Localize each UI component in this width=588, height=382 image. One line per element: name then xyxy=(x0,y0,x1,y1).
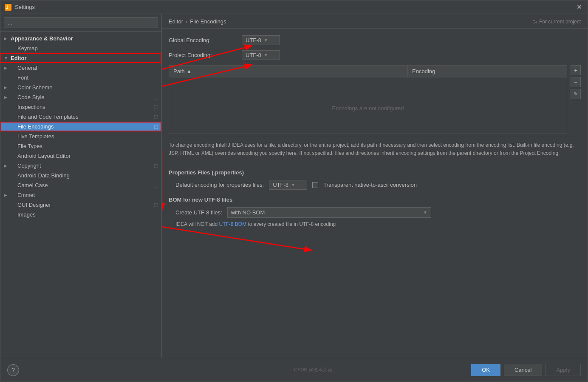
copy-icon-inspections: ⬚ xyxy=(154,104,158,110)
sidebar-item-color-scheme[interactable]: ▶ Color Scheme xyxy=(0,83,161,92)
panel-body: Global Encoding: UTF-8 ▼ Project Encodin… xyxy=(162,29,588,358)
expand-arrow-color-scheme: ▶ xyxy=(4,85,11,90)
copy-icon-file-encodings: ⬚ xyxy=(154,124,158,129)
breadcrumb-current: File Encodings xyxy=(190,18,226,25)
expand-arrow-general: ▶ xyxy=(4,66,11,70)
ok-button[interactable]: OK xyxy=(471,364,500,376)
main-content: ▶ Appearance & Behavior Keymap ▼ Editor … xyxy=(0,14,588,358)
breadcrumb-parent: Editor xyxy=(169,18,183,25)
create-utf8-label: Create UTF-8 files: xyxy=(175,209,222,216)
breadcrumb-separator: › xyxy=(186,18,187,25)
search-input[interactable] xyxy=(4,17,158,28)
apply-button[interactable]: Apply xyxy=(546,364,581,376)
sidebar-item-file-encodings[interactable]: File Encodings ⬚ xyxy=(0,122,161,131)
intellij-icon: J xyxy=(5,4,11,11)
panel-header: Editor › File Encodings 🗂 For current pr… xyxy=(162,14,588,29)
sidebar-item-file-types[interactable]: File Types xyxy=(0,141,161,151)
copy-icon-code-style: ⬚ xyxy=(154,94,158,100)
properties-encoding-dropdown[interactable]: UTF-8 ▼ xyxy=(269,180,307,190)
sidebar-item-appearance[interactable]: ▶ Appearance & Behavior xyxy=(0,34,161,43)
settings-window: J Settings ✕ ▶ Appearance & Behavior xyxy=(0,0,588,382)
bom-create-dropdown[interactable]: with NO BOM ▼ xyxy=(227,207,431,218)
expand-arrow-appearance: ▶ xyxy=(4,36,11,41)
project-encoding-dropdown[interactable]: UTF-8 ▼ xyxy=(242,50,280,60)
expand-arrow-emmet: ▶ xyxy=(4,193,11,197)
add-row-button[interactable]: + xyxy=(571,65,581,75)
table-body-empty: Encodings are not configured xyxy=(169,83,567,134)
sidebar-item-inspections[interactable]: Inspections ⬚ xyxy=(0,102,161,112)
bom-create-value: with NO BOM xyxy=(231,209,265,216)
cancel-button[interactable]: Cancel xyxy=(504,364,542,376)
properties-encoding-value: UTF-8 xyxy=(273,182,288,188)
sidebar-item-android-data-binding[interactable]: Android Data Binding xyxy=(0,171,161,180)
sidebar-item-copyright[interactable]: ▶ Copyright ⬚ xyxy=(0,161,161,171)
sidebar-item-gui-designer[interactable]: GUI Designer ⬚ xyxy=(0,200,161,210)
project-icon: 🗂 xyxy=(532,19,537,25)
expand-arrow-editor: ▼ xyxy=(4,56,11,60)
expand-arrow-copyright: ▶ xyxy=(4,163,11,168)
sidebar-item-keymap[interactable]: Keymap xyxy=(0,43,161,53)
sidebar-item-emmet[interactable]: ▶ Emmet xyxy=(0,190,161,200)
global-encoding-row: Global Encoding: UTF-8 ▼ xyxy=(169,35,581,45)
sidebar-item-camel-case[interactable]: Camel Case ⬚ xyxy=(0,180,161,190)
svg-text:J: J xyxy=(6,5,8,10)
search-box xyxy=(0,14,161,32)
default-encoding-row: Default encoding for properties files: U… xyxy=(169,180,581,190)
expand-arrow-code-style: ▶ xyxy=(4,95,11,100)
default-encoding-label: Default encoding for properties files: xyxy=(175,182,264,188)
project-encoding-label: Project Encoding: xyxy=(169,52,237,58)
table-side-buttons: + − ✎ xyxy=(571,65,581,134)
edit-row-button[interactable]: ✎ xyxy=(571,89,581,99)
copy-icon-camel-case: ⬚ xyxy=(154,182,158,188)
global-encoding-dropdown-arrow: ▼ xyxy=(264,38,268,43)
global-encoding-value: UTF-8 xyxy=(246,37,261,43)
remove-row-button[interactable]: − xyxy=(571,77,581,87)
bom-note-suffix: to every created file in UTF-8 encoding xyxy=(246,221,336,227)
bom-section-title: BOM for new UTF-8 files xyxy=(169,197,581,203)
sidebar-item-images[interactable]: Images xyxy=(0,210,161,220)
sidebar-item-general[interactable]: ▶ General xyxy=(0,63,161,73)
bottom-bar: ? CSDN @念今为美 OK Cancel Apply xyxy=(0,358,588,382)
close-button[interactable]: ✕ xyxy=(575,3,583,11)
properties-section: Properties Files (.properties) Default e… xyxy=(169,169,581,190)
global-encoding-dropdown[interactable]: UTF-8 ▼ xyxy=(242,35,280,45)
breadcrumb: Editor › File Encodings xyxy=(169,18,530,25)
for-project-indicator: 🗂 For current project xyxy=(532,19,581,25)
empty-message: Encodings are not configured xyxy=(169,105,567,111)
properties-section-title: Properties Files (.properties) xyxy=(169,169,581,176)
sidebar-item-code-style[interactable]: ▶ Code Style ⬚ xyxy=(0,92,161,102)
sidebar-item-android-layout-editor[interactable]: Android Layout Editor xyxy=(0,151,161,161)
right-panel: Editor › File Encodings 🗂 For current pr… xyxy=(162,14,588,358)
project-encoding-row: Project Encoding: UTF-8 ▼ xyxy=(169,50,581,60)
copy-icon-gui-designer: ⬚ xyxy=(154,202,158,208)
info-text: To change encoding IntelliJ IDEA uses fo… xyxy=(169,136,581,162)
bom-dropdown-arrow: ▼ xyxy=(423,210,427,215)
sidebar-item-editor[interactable]: ▼ Editor xyxy=(0,53,161,63)
sidebar: ▶ Appearance & Behavior Keymap ▼ Editor … xyxy=(0,14,162,358)
properties-encoding-arrow: ▼ xyxy=(291,182,295,187)
encoding-column-header: Encoding xyxy=(408,66,567,77)
sidebar-item-live-templates[interactable]: Live Templates xyxy=(0,131,161,141)
help-button[interactable]: ? xyxy=(7,364,19,376)
title-bar-left: J Settings xyxy=(5,4,35,11)
native-ascii-label: Transparent native-to-ascii conversion xyxy=(323,182,417,188)
utf8-bom-link[interactable]: UTF-8 BOM xyxy=(219,221,246,227)
nav-tree: ▶ Appearance & Behavior Keymap ▼ Editor … xyxy=(0,32,161,358)
bom-section: BOM for new UTF-8 files Create UTF-8 fil… xyxy=(169,197,581,227)
path-table-container: Path ▲ Encoding Encodings are not config… xyxy=(169,65,581,134)
path-table: Path ▲ Encoding Encodings are not config… xyxy=(169,65,567,134)
table-header: Path ▲ Encoding xyxy=(169,66,567,77)
bom-create-row: Create UTF-8 files: with NO BOM ▼ xyxy=(169,207,581,218)
sidebar-item-font[interactable]: Font xyxy=(0,73,161,83)
sort-icon: ▲ xyxy=(186,68,192,74)
watermark: CSDN @念今为美 xyxy=(294,367,332,373)
encoding-table: Path ▲ Encoding xyxy=(169,66,567,77)
native-ascii-checkbox[interactable] xyxy=(312,182,318,188)
project-encoding-dropdown-arrow: ▼ xyxy=(264,53,268,57)
path-column-header: Path ▲ xyxy=(169,66,408,77)
title-bar: J Settings ✕ xyxy=(0,0,588,14)
copy-icon-copyright: ⬚ xyxy=(154,163,158,168)
project-encoding-value: UTF-8 xyxy=(246,52,261,58)
sidebar-item-file-code-templates[interactable]: File and Code Templates ⬚ xyxy=(0,112,161,122)
window-title: Settings xyxy=(15,4,35,10)
